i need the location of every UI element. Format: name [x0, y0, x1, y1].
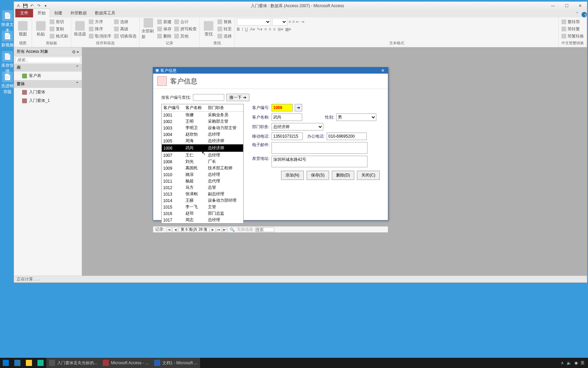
system-tray[interactable]: ∧ 🔈 ◉ 英 [561, 360, 588, 366]
list-row[interactable]: 1009高国民技术部工程师 [162, 165, 243, 171]
highlight-button[interactable]: ✎▾ [257, 27, 262, 32]
numbering-icon[interactable]: ≡ [292, 19, 295, 24]
tab-dbtools[interactable]: 数据库工具 [91, 9, 119, 17]
tab-external[interactable]: 外部数据 [66, 9, 91, 17]
tab-home[interactable]: 开始 [33, 9, 50, 17]
fill-color-button[interactable]: ▦▾ [285, 27, 291, 32]
taskbar-explorer[interactable] [23, 358, 35, 368]
taskbar-item[interactable]: Microsoft Access - ... [100, 358, 151, 368]
cut-button[interactable]: 剪切 [49, 19, 69, 25]
close-button[interactable]: 关闭(C) [357, 171, 380, 180]
list-row[interactable]: 1011杨超总代理 [162, 178, 243, 184]
mobile-field[interactable] [272, 133, 303, 140]
delete-record-button[interactable]: 删除 [157, 33, 172, 40]
record-search-input[interactable] [255, 227, 274, 232]
addr-field[interactable]: 深圳环城东路42号 [272, 156, 368, 167]
list-row[interactable]: 1007王仁总经理 [162, 152, 243, 159]
filter-button[interactable]: 筛选器 [73, 21, 87, 37]
tray-record-icon[interactable]: ◉ [574, 361, 578, 365]
customer-listbox[interactable]: 客户编号 客户名称 部门职务 1001张娜采购业务员1002王明采购部主管100… [161, 104, 244, 224]
list-row[interactable]: 1001张娜采购业务员 [162, 112, 243, 119]
advanced-button[interactable]: 高级 [113, 26, 137, 32]
align-right-button[interactable]: ≡ [273, 27, 276, 32]
refresh-all-button[interactable]: 全部刷新 [142, 18, 155, 40]
taskbar-item[interactable]: 入门窗体丢失光标的... [46, 358, 100, 368]
gender-select[interactable]: 男 [336, 113, 376, 121]
desktop-icon[interactable]: 📄先进销存版 [1, 72, 14, 95]
outdent-icon[interactable]: ⇤ [296, 19, 299, 24]
nav-group-tables[interactable]: 表⌃ [14, 64, 82, 72]
start-button[interactable] [0, 358, 12, 368]
next-record-button[interactable]: ▶ [210, 227, 215, 232]
list-row[interactable]: 1002王明采购部主管 [162, 118, 243, 125]
ribbon-collapse-icon[interactable]: ⌃ [573, 10, 582, 17]
align-center-button[interactable]: ≡ [269, 27, 271, 32]
tray-chevron-icon[interactable]: ∧ [561, 361, 564, 365]
list-row[interactable]: 1003李明卫设备动力部主管 [162, 125, 243, 131]
find-button[interactable]: 查找 [202, 21, 215, 37]
tab-create[interactable]: 创建 [50, 9, 66, 17]
undo-icon[interactable]: ↶ [29, 3, 35, 9]
nav-item-form-1[interactable]: 入门窗体 [14, 88, 82, 96]
totals-button[interactable]: 合计 [174, 19, 197, 25]
name-field[interactable] [272, 113, 302, 121]
desktop-icon[interactable]: 📄库存管理 [1, 51, 14, 74]
paste-button[interactable]: 粘贴 [34, 21, 48, 37]
desktop-icon[interactable]: 📄新视频 [1, 31, 14, 48]
maximize-button[interactable]: ☐ [560, 2, 573, 10]
col-id[interactable]: 客户编号 [162, 104, 184, 112]
replace-button[interactable]: 替换 [217, 19, 232, 25]
list-row[interactable]: 1014王丽设备动力部经理 [162, 197, 243, 204]
list-row[interactable]: 1005周海总经济师 [162, 138, 243, 144]
italic-button[interactable]: I [242, 27, 243, 32]
font-size-select[interactable] [272, 18, 287, 26]
nav-search-input[interactable] [15, 57, 80, 63]
select-button[interactable]: 选择 [217, 33, 232, 40]
last-record-button[interactable]: ⏭ [216, 227, 222, 232]
help-icon[interactable]: ? [582, 12, 587, 17]
list-row[interactable]: 1010姚淙总经理 [162, 171, 243, 178]
new-record-nav-button[interactable]: ▶* [222, 227, 228, 232]
minimize-button[interactable]: — [546, 2, 560, 10]
spelling-button[interactable]: 拼写检查 [174, 26, 197, 32]
new-record-button[interactable]: 新建 [157, 19, 172, 25]
list-row[interactable]: 1004赵欣怡总经理 [162, 131, 243, 138]
redo-icon[interactable]: ↷ [36, 3, 42, 9]
nav-header[interactable]: 所有 Access 对象 ⊙ « [14, 47, 82, 56]
go-button[interactable]: ➜ [295, 104, 302, 111]
save-icon[interactable]: 💾 [22, 3, 28, 9]
clear-sort-button[interactable]: 取消排序 [88, 33, 112, 40]
first-record-button[interactable]: ⏮ [166, 227, 172, 232]
list-row[interactable]: 1015李一飞主管 [162, 204, 243, 210]
office-field[interactable] [327, 133, 367, 140]
bullets-icon[interactable]: ≡ [289, 19, 291, 24]
tray-volume-icon[interactable]: 🔈 [567, 361, 572, 365]
taskbar-item[interactable]: 文档1 - Microsoft ... [151, 358, 200, 368]
indent-icon[interactable]: ⇥ [301, 19, 304, 24]
nav-group-forms[interactable]: 窗体⌃ [14, 80, 82, 88]
tray-ime[interactable]: 英 [581, 360, 585, 366]
delete-button[interactable]: 删除(D) [332, 171, 355, 180]
add-button[interactable]: 添加(N) [281, 171, 304, 180]
more-button[interactable]: 其他 [174, 33, 197, 40]
form-close-button[interactable]: ✕ [380, 67, 386, 74]
nav-dropdown-icon[interactable]: ⊙ « [72, 49, 79, 54]
goto-button[interactable]: 转至 [217, 26, 232, 32]
list-row[interactable]: 1012马方总管 [162, 184, 243, 191]
qat-more-icon[interactable]: ▾ [43, 3, 49, 9]
col-job[interactable]: 部门职务 [207, 104, 243, 112]
gridlines-button[interactable]: ⊞▾ [278, 27, 283, 32]
bold-button[interactable]: B [237, 27, 240, 32]
prev-record-button[interactable]: ◀ [173, 227, 178, 232]
job-select[interactable]: 总经济师 [272, 123, 323, 131]
nav-item-form-2[interactable]: 入门窗体_1 [14, 96, 82, 105]
view-button[interactable]: 视图 [16, 21, 30, 37]
trad-to-simp-button[interactable]: 繁转简 [561, 19, 585, 25]
underline-button[interactable]: U [245, 27, 248, 32]
list-row[interactable]: 1017周志总经理 [162, 217, 243, 223]
desktop-icon[interactable]: 📄快速文本 [1, 10, 14, 33]
format-painter-button[interactable]: 格式刷 [49, 33, 69, 40]
save-record-button[interactable]: 保存 [157, 26, 172, 32]
id-field[interactable] [272, 104, 293, 111]
font-family-select[interactable] [237, 18, 271, 26]
